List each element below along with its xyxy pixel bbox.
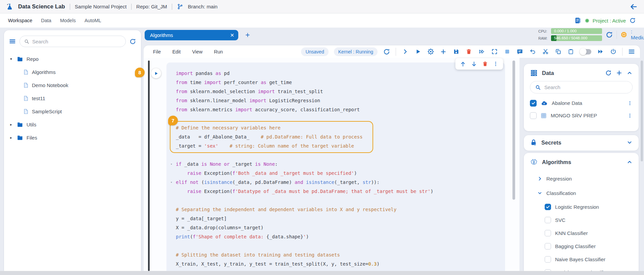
nav-tab-workspace[interactable]: Workspace [8, 18, 32, 23]
checkbox-unchecked[interactable] [545, 243, 551, 249]
algo-item-decision-tree-classifier[interactable]: Decision Tree Classifier [524, 266, 639, 271]
data-item-abalone-data[interactable]: Abalone Data [524, 97, 639, 109]
resources-refresh-icon[interactable] [605, 31, 613, 39]
code-line[interactable]: print(f'Shape of training data: {X_train… [176, 269, 505, 271]
sidebar-refresh-icon[interactable] [129, 38, 136, 45]
toolbar-paste-icon[interactable] [567, 48, 575, 55]
menu-run[interactable]: Run [214, 49, 223, 54]
toolbar-copy-icon[interactable] [554, 48, 562, 55]
data-search[interactable] [530, 81, 633, 93]
toolbar-chevron-right-icon[interactable] [401, 48, 409, 55]
nav-tab-models[interactable]: Models [60, 18, 76, 23]
tree-file-demo-notebook[interactable]: Demo Notebook [9, 79, 136, 92]
caret-down-icon[interactable]: ▾ [9, 57, 13, 61]
tree-file-test11[interactable]: test11 [9, 92, 136, 105]
code-line[interactable]: X = _data.drop(columns=_target) [176, 223, 505, 232]
code-line[interactable]: X_train, X_test, y_train, y_test = train… [176, 260, 505, 269]
tree-folder-files[interactable]: ▸Files [9, 131, 136, 144]
toolbar-cut-icon[interactable] [542, 48, 549, 55]
selected-cell-indicator-bar[interactable] [148, 61, 150, 271]
toolbar-trash-icon[interactable] [465, 48, 473, 55]
algo-item-naive-bayes-classifier[interactable]: Naive Bayes Classifier [524, 253, 639, 266]
code-line[interactable]: y = _data[_target] [176, 214, 505, 223]
code-line[interactable]: # Define the necessary variables here [176, 123, 505, 132]
toolbar-stop-icon[interactable] [503, 48, 511, 55]
toolbar-settings-gear-icon[interactable] [427, 48, 434, 55]
sidebar-search-input[interactable] [32, 39, 121, 44]
tree-file-algorithms[interactable]: Algorithms [9, 66, 136, 79]
toolbar-save-icon[interactable] [452, 48, 460, 55]
logs-journal-icon[interactable] [574, 17, 582, 24]
menu-edit[interactable]: Edit [172, 49, 181, 54]
code-line[interactable]: # Splitting the dataset into training an… [176, 250, 505, 260]
algo-item-bagging-classifier[interactable]: Bagging Classifier [524, 240, 639, 253]
checkbox-unchecked[interactable] [530, 112, 537, 119]
code-line[interactable]: # Separating the independent and depende… [176, 205, 505, 214]
algo-item-knn-classifier[interactable]: KNN Classifier [524, 227, 639, 240]
toolbar-toggle-switch[interactable] [580, 49, 591, 54]
data-item-kebab-icon[interactable] [627, 113, 633, 119]
data-item-kebab-icon[interactable] [627, 100, 633, 106]
code-line[interactable]: ▾elif not (isinstance(_data, pd.DataFram… [176, 178, 505, 187]
project-refresh-icon[interactable] [629, 17, 636, 24]
code-line[interactable]: _target = 'sex' # string: Column name of… [176, 142, 505, 151]
tree-file-samplescript[interactable]: SampleScript [9, 105, 136, 118]
algo-group-regression[interactable]: Regression [524, 171, 639, 186]
data-refresh-icon[interactable] [605, 70, 612, 76]
algo-item-logistic-regression[interactable]: Logistic Regression [524, 200, 639, 213]
algorithms-collapse-chevron-up-icon[interactable] [627, 159, 633, 165]
algo-group-classification[interactable]: Classification [524, 186, 639, 200]
caret-right-icon[interactable]: ▸ [9, 135, 13, 140]
code-line[interactable]: from sklearn.linear_model import Logisti… [176, 96, 505, 105]
toolbar-run-all-icon[interactable] [597, 48, 604, 55]
code-line[interactable]: raise Exception(f'Datatype of _data must… [176, 187, 505, 196]
checkbox-unchecked[interactable] [545, 230, 551, 236]
checkbox-checked[interactable] [545, 204, 551, 210]
chevron-down-sm-icon[interactable] [537, 191, 542, 196]
menu-file[interactable]: File [153, 49, 161, 54]
toolbar-play-icon[interactable] [414, 48, 422, 55]
cell-move-down-icon[interactable] [471, 61, 477, 67]
tree-folder-utils[interactable]: ▸Utils [9, 118, 136, 131]
code-line[interactable]: from sklearn.metrics import accuracy_sco… [176, 105, 505, 114]
new-tab-plus-icon[interactable]: + [245, 31, 250, 40]
toolbar-fast-forward-icon[interactable] [478, 48, 485, 55]
back-arrow-icon[interactable] [629, 3, 638, 11]
data-item-mongo-srv-prep[interactable]: MONGO SRV PREP [524, 109, 639, 122]
code-blank-line[interactable] [176, 114, 505, 123]
code-line[interactable]: _data = df_Abalone_Data_ # pd.DataFrame:… [176, 132, 505, 142]
code-blank-line[interactable] [176, 196, 505, 205]
cell-move-up-icon[interactable] [460, 61, 466, 67]
sidebar-hamburger-icon[interactable] [9, 38, 16, 45]
nav-tab-automl[interactable]: AutoML [85, 18, 101, 23]
toolbar-comment-icon[interactable] [516, 48, 524, 55]
data-search-input[interactable] [544, 84, 628, 90]
data-collapse-chevron-up-icon[interactable] [627, 70, 633, 76]
window-scrollbar-thumb[interactable] [641, 61, 643, 161]
checkbox-checked[interactable] [530, 100, 537, 107]
menu-view[interactable]: View [192, 49, 202, 54]
chevron-right-sm-icon[interactable] [537, 176, 542, 181]
secrets-expand-chevron-down-icon[interactable] [627, 140, 633, 146]
sidebar-search[interactable] [19, 36, 126, 47]
checkbox-unchecked[interactable] [545, 217, 551, 223]
code-line[interactable]: from sklearn.model_selection import trai… [176, 87, 505, 96]
notebook-refresh-icon[interactable] [383, 48, 390, 55]
code-line[interactable]: from time import perf_counter as get_tim… [176, 78, 505, 87]
cell-more-icon[interactable] [493, 61, 499, 67]
run-cell-button[interactable] [151, 68, 161, 78]
code-line[interactable]: print(f'Shape of complete data: {_data.s… [176, 232, 505, 241]
code-blank-line[interactable] [176, 241, 505, 250]
cell-delete-icon[interactable] [482, 61, 488, 67]
code-blank-line[interactable] [176, 151, 505, 160]
notebook-scrollbar-thumb[interactable] [512, 61, 515, 200]
notebook-menu-hamburger-icon[interactable] [628, 48, 635, 55]
toolbar-plus-icon[interactable] [440, 48, 447, 55]
data-add-plus-icon[interactable] [616, 70, 623, 76]
fold-marker-icon[interactable]: ▾ [170, 160, 172, 169]
toolbar-power-icon[interactable] [609, 48, 617, 55]
code-line[interactable]: raise Exception(f'Both _data and _target… [176, 169, 505, 178]
toolbar-undo-icon[interactable] [529, 48, 536, 55]
code-line[interactable]: ▾if _data is None or _target is None: [176, 160, 505, 169]
algo-item-svc[interactable]: SVC [524, 213, 639, 227]
